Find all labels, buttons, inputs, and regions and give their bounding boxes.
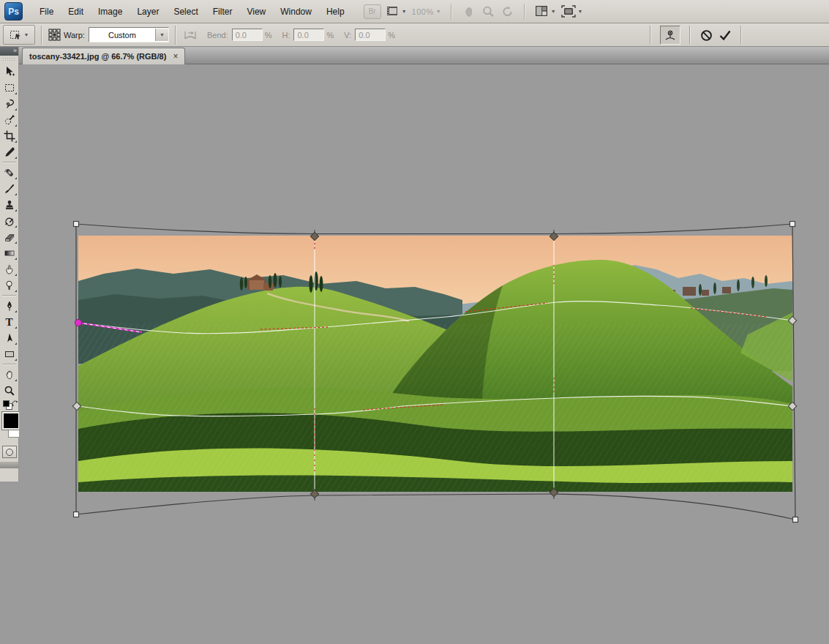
toggle-warp-mode-button[interactable] — [660, 26, 680, 45]
collapse-panel-button[interactable]: » — [0, 47, 18, 56]
tool-pen[interactable] — [0, 298, 18, 314]
tool-group-separator — [2, 162, 16, 163]
swap-colors-icon[interactable] — [12, 400, 18, 407]
tool-zoom[interactable] — [0, 383, 18, 399]
menu-help[interactable]: Help — [319, 0, 352, 23]
tool-move[interactable] — [0, 64, 18, 80]
tool-preset-picker[interactable]: ▼ — [3, 25, 35, 45]
menu-edit[interactable]: Edit — [61, 0, 91, 23]
history-brush-tool-icon — [4, 215, 15, 227]
separator — [41, 26, 42, 45]
tool-crop[interactable] — [0, 128, 18, 144]
menu-file[interactable]: File — [32, 0, 61, 23]
warp-style-value: Custom — [89, 31, 155, 40]
lasso-tool-icon — [4, 98, 15, 110]
view-extras-icon — [386, 6, 400, 17]
chevron-down-icon: ▼ — [551, 9, 556, 14]
selected-warp-point[interactable] — [75, 319, 81, 326]
separator — [175, 26, 176, 45]
rectangle-tool-icon — [4, 348, 15, 360]
menu-view[interactable]: View — [239, 0, 273, 23]
warp-edge-pins[interactable] — [310, 230, 558, 501]
tool-rectangular-marquee[interactable] — [0, 80, 18, 96]
tool-dodge[interactable] — [0, 277, 18, 293]
hand-tool-icon — [462, 5, 476, 18]
quick-mask-toggle[interactable] — [2, 446, 17, 458]
tool-spot-healing-brush[interactable] — [0, 165, 18, 181]
default-colors-control[interactable] — [0, 399, 18, 411]
document-tab[interactable]: toscany-33421.jpg @ 66.7% (RGB/8) × — [22, 48, 185, 64]
tool-gradient[interactable] — [0, 245, 18, 261]
warp-style-select[interactable]: Custom ▼ — [89, 27, 169, 42]
tool-clone-stamp[interactable] — [0, 197, 18, 213]
warp-grid-icon — [48, 29, 61, 41]
zoom-level-value: 100% — [412, 7, 434, 16]
menu-layer[interactable]: Layer — [130, 0, 166, 23]
chevron-down-icon: ▼ — [436, 9, 441, 14]
color-swatches — [0, 411, 19, 443]
percent-sign: % — [326, 31, 334, 40]
tool-lasso[interactable] — [0, 96, 18, 112]
chevron-down-icon: ▼ — [578, 9, 583, 14]
tool-quick-selection[interactable] — [0, 112, 18, 128]
bend-label: Bend: — [207, 31, 228, 40]
menu-filter[interactable]: Filter — [206, 0, 240, 23]
menu-image[interactable]: Image — [91, 0, 130, 23]
tool-history-brush[interactable] — [0, 213, 18, 229]
commit-check-icon — [719, 29, 732, 41]
crop-tool-icon — [4, 130, 15, 142]
tool-rectangle-shape[interactable] — [0, 346, 18, 362]
options-bar: ▼ Warp: Custom ▼ Bend: 0.0 % H: 0.0 % V:… — [0, 23, 829, 47]
tool-brush[interactable] — [0, 181, 18, 197]
brush-tool-icon — [4, 183, 15, 195]
warp-mesh-overlay — [19, 64, 829, 644]
move-tool-icon — [4, 66, 15, 78]
view-extras-button[interactable]: ▼ — [386, 6, 407, 17]
separator — [524, 4, 525, 20]
separator — [740, 26, 742, 45]
tool-type[interactable]: T — [0, 314, 18, 330]
launch-bridge-button: Br — [364, 4, 381, 19]
eraser-tool-icon — [4, 231, 15, 243]
warp-orientation-icon — [182, 29, 198, 42]
percent-sign: % — [388, 31, 395, 40]
tool-hand[interactable] — [0, 367, 18, 383]
percent-sign: % — [265, 31, 272, 40]
tool-smudge[interactable] — [0, 261, 18, 277]
tool-eyedropper[interactable] — [0, 144, 18, 160]
tool-path-selection[interactable] — [0, 330, 18, 346]
clone-stamp-tool-icon — [4, 199, 15, 211]
warp-mesh-outline — [76, 224, 795, 520]
cancel-transform-button[interactable] — [697, 26, 716, 44]
default-foreground-swatch — [3, 400, 10, 407]
separator — [689, 26, 691, 45]
chevron-down-icon: ▼ — [402, 9, 407, 14]
arrange-documents-icon — [535, 5, 549, 18]
commit-transform-button[interactable] — [716, 26, 735, 44]
zoom-tool-icon — [4, 385, 15, 397]
transform-preset-icon — [10, 29, 22, 40]
screen-mode-button[interactable]: ▼ — [561, 5, 583, 18]
tool-eraser[interactable] — [0, 229, 18, 245]
menu-select[interactable]: Select — [166, 0, 205, 23]
document-tab-strip: toscany-33421.jpg @ 66.7% (RGB/8) × — [19, 47, 829, 64]
h-label: H: — [282, 31, 290, 40]
arrange-documents-button[interactable]: ▼ — [535, 5, 556, 18]
bend-field: 0.0 — [232, 29, 263, 41]
menu-window[interactable]: Window — [273, 0, 319, 23]
tab-close-icon[interactable]: × — [173, 51, 178, 61]
photoshop-logo: Ps — [4, 2, 23, 20]
eyedropper-tool-icon — [4, 146, 15, 158]
application-bar: Ps File Edit Image Layer Select Filter V… — [0, 0, 829, 23]
panel-grip[interactable] — [2, 57, 16, 62]
chevron-down-icon: ▼ — [160, 32, 165, 37]
foreground-color-swatch[interactable] — [2, 412, 20, 430]
combo-dropdown-button[interactable]: ▼ — [155, 29, 168, 41]
separator — [451, 4, 452, 20]
warp-mode-icon — [664, 29, 677, 42]
warp-side-handles[interactable] — [72, 316, 796, 410]
v-label: V: — [344, 31, 351, 40]
rotate-view-icon — [500, 5, 514, 18]
warp-corner-handles[interactable] — [74, 222, 798, 523]
pen-tool-icon — [4, 300, 15, 312]
